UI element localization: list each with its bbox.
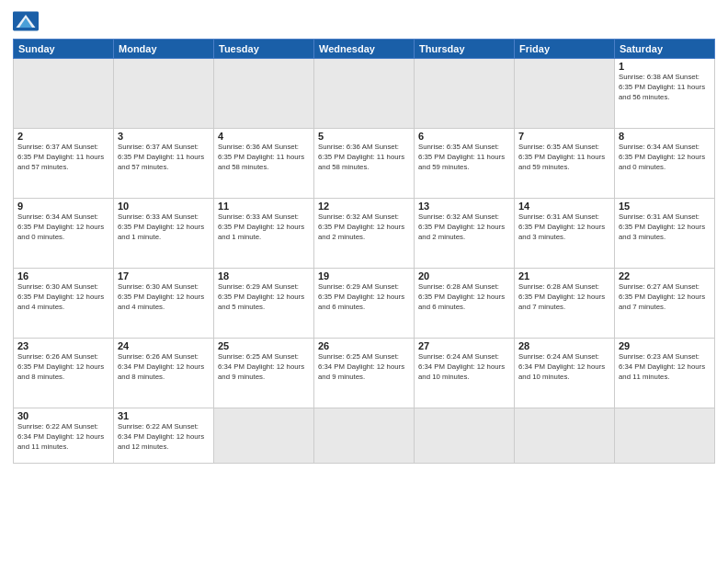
calendar-cell: 15Sunrise: 6:31 AM Sunset: 6:35 PM Dayli… <box>615 199 715 269</box>
day-number: 12 <box>318 201 410 212</box>
day-number: 1 <box>619 61 711 72</box>
calendar-cell: 17Sunrise: 6:30 AM Sunset: 6:35 PM Dayli… <box>114 269 214 339</box>
calendar-cell <box>314 408 415 464</box>
day-info: Sunrise: 6:23 AM Sunset: 6:34 PM Dayligh… <box>619 352 711 383</box>
day-number: 26 <box>318 340 410 351</box>
day-number: 27 <box>418 340 510 351</box>
calendar-cell: 6Sunrise: 6:35 AM Sunset: 6:35 PM Daylig… <box>415 129 515 199</box>
calendar: SundayMondayTuesdayWednesdayThursdayFrid… <box>13 39 715 464</box>
calendar-header-sunday: Sunday <box>14 40 114 59</box>
calendar-cell: 16Sunrise: 6:30 AM Sunset: 6:35 PM Dayli… <box>14 269 114 339</box>
day-number: 17 <box>118 270 210 282</box>
day-info: Sunrise: 6:34 AM Sunset: 6:35 PM Dayligh… <box>17 213 109 243</box>
calendar-cell: 18Sunrise: 6:29 AM Sunset: 6:35 PM Dayli… <box>214 269 314 339</box>
calendar-cell <box>415 59 515 129</box>
day-number: 25 <box>218 340 310 351</box>
calendar-cell: 20Sunrise: 6:28 AM Sunset: 6:35 PM Dayli… <box>415 269 515 339</box>
calendar-cell: 8Sunrise: 6:34 AM Sunset: 6:35 PM Daylig… <box>615 129 715 199</box>
day-number: 16 <box>17 270 109 282</box>
day-info: Sunrise: 6:32 AM Sunset: 6:35 PM Dayligh… <box>318 213 410 243</box>
day-number: 2 <box>17 131 109 142</box>
calendar-cell: 2Sunrise: 6:37 AM Sunset: 6:35 PM Daylig… <box>14 129 114 199</box>
calendar-cell: 24Sunrise: 6:26 AM Sunset: 6:34 PM Dayli… <box>114 339 214 408</box>
day-info: Sunrise: 6:25 AM Sunset: 6:34 PM Dayligh… <box>318 352 410 383</box>
calendar-cell: 4Sunrise: 6:36 AM Sunset: 6:35 PM Daylig… <box>214 129 314 199</box>
day-info: Sunrise: 6:32 AM Sunset: 6:35 PM Dayligh… <box>418 213 510 243</box>
day-info: Sunrise: 6:24 AM Sunset: 6:34 PM Dayligh… <box>518 352 610 383</box>
day-number: 19 <box>318 270 410 282</box>
calendar-header-tuesday: Tuesday <box>214 40 314 59</box>
calendar-cell: 11Sunrise: 6:33 AM Sunset: 6:35 PM Dayli… <box>214 199 314 269</box>
calendar-cell <box>615 408 715 464</box>
day-number: 21 <box>518 270 610 282</box>
calendar-cell <box>14 59 114 129</box>
day-number: 6 <box>418 131 510 142</box>
calendar-cell: 12Sunrise: 6:32 AM Sunset: 6:35 PM Dayli… <box>314 199 415 269</box>
day-info: Sunrise: 6:28 AM Sunset: 6:35 PM Dayligh… <box>418 282 510 313</box>
calendar-header-wednesday: Wednesday <box>314 40 415 59</box>
day-info: Sunrise: 6:31 AM Sunset: 6:35 PM Dayligh… <box>518 213 610 243</box>
logo-icon <box>13 11 39 31</box>
day-info: Sunrise: 6:25 AM Sunset: 6:34 PM Dayligh… <box>218 352 310 383</box>
day-number: 15 <box>619 201 711 212</box>
day-info: Sunrise: 6:34 AM Sunset: 6:35 PM Dayligh… <box>619 143 711 173</box>
day-number: 28 <box>518 340 610 351</box>
calendar-header-thursday: Thursday <box>415 40 515 59</box>
day-number: 11 <box>218 201 310 212</box>
day-info: Sunrise: 6:30 AM Sunset: 6:35 PM Dayligh… <box>17 282 109 313</box>
page: SundayMondayTuesdayWednesdayThursdayFrid… <box>0 0 728 563</box>
day-info: Sunrise: 6:31 AM Sunset: 6:35 PM Dayligh… <box>619 213 711 243</box>
logo <box>13 11 42 31</box>
day-number: 5 <box>318 131 410 142</box>
day-info: Sunrise: 6:33 AM Sunset: 6:35 PM Dayligh… <box>118 213 210 243</box>
day-info: Sunrise: 6:37 AM Sunset: 6:35 PM Dayligh… <box>118 143 210 173</box>
day-info: Sunrise: 6:30 AM Sunset: 6:35 PM Dayligh… <box>118 282 210 313</box>
day-number: 20 <box>418 270 510 282</box>
calendar-header-monday: Monday <box>114 40 214 59</box>
calendar-cell <box>515 59 615 129</box>
calendar-cell: 3Sunrise: 6:37 AM Sunset: 6:35 PM Daylig… <box>114 129 214 199</box>
calendar-cell: 14Sunrise: 6:31 AM Sunset: 6:35 PM Dayli… <box>515 199 615 269</box>
day-info: Sunrise: 6:36 AM Sunset: 6:35 PM Dayligh… <box>218 143 310 173</box>
day-number: 9 <box>17 201 109 212</box>
day-info: Sunrise: 6:28 AM Sunset: 6:35 PM Dayligh… <box>518 282 610 313</box>
calendar-cell <box>214 59 314 129</box>
day-number: 24 <box>118 340 210 351</box>
day-number: 14 <box>518 201 610 212</box>
calendar-cell: 23Sunrise: 6:26 AM Sunset: 6:35 PM Dayli… <box>14 339 114 408</box>
day-number: 4 <box>218 131 310 142</box>
day-info: Sunrise: 6:29 AM Sunset: 6:35 PM Dayligh… <box>218 282 310 313</box>
day-number: 23 <box>17 340 109 351</box>
day-info: Sunrise: 6:26 AM Sunset: 6:35 PM Dayligh… <box>17 352 109 383</box>
calendar-cell: 1Sunrise: 6:38 AM Sunset: 6:35 PM Daylig… <box>615 59 715 129</box>
calendar-cell: 28Sunrise: 6:24 AM Sunset: 6:34 PM Dayli… <box>515 339 615 408</box>
day-number: 10 <box>118 201 210 212</box>
calendar-cell <box>515 408 615 464</box>
calendar-cell: 30Sunrise: 6:22 AM Sunset: 6:34 PM Dayli… <box>14 408 114 464</box>
day-number: 29 <box>619 340 711 351</box>
day-info: Sunrise: 6:35 AM Sunset: 6:35 PM Dayligh… <box>518 143 610 173</box>
day-number: 7 <box>518 131 610 142</box>
calendar-cell <box>114 59 214 129</box>
day-number: 31 <box>118 410 210 421</box>
calendar-cell: 21Sunrise: 6:28 AM Sunset: 6:35 PM Dayli… <box>515 269 615 339</box>
day-info: Sunrise: 6:38 AM Sunset: 6:35 PM Dayligh… <box>619 73 711 103</box>
calendar-header-friday: Friday <box>515 40 615 59</box>
day-info: Sunrise: 6:24 AM Sunset: 6:34 PM Dayligh… <box>418 352 510 383</box>
calendar-cell: 27Sunrise: 6:24 AM Sunset: 6:34 PM Dayli… <box>415 339 515 408</box>
calendar-cell <box>214 408 314 464</box>
day-info: Sunrise: 6:37 AM Sunset: 6:35 PM Dayligh… <box>17 143 109 173</box>
day-info: Sunrise: 6:33 AM Sunset: 6:35 PM Dayligh… <box>218 213 310 243</box>
day-number: 8 <box>619 131 711 142</box>
calendar-cell: 5Sunrise: 6:36 AM Sunset: 6:35 PM Daylig… <box>314 129 415 199</box>
day-info: Sunrise: 6:36 AM Sunset: 6:35 PM Dayligh… <box>318 143 410 173</box>
calendar-cell: 25Sunrise: 6:25 AM Sunset: 6:34 PM Dayli… <box>214 339 314 408</box>
calendar-cell: 29Sunrise: 6:23 AM Sunset: 6:34 PM Dayli… <box>615 339 715 408</box>
day-info: Sunrise: 6:27 AM Sunset: 6:35 PM Dayligh… <box>619 282 711 313</box>
calendar-cell <box>314 59 415 129</box>
day-number: 18 <box>218 270 310 282</box>
header <box>13 11 715 31</box>
calendar-cell: 22Sunrise: 6:27 AM Sunset: 6:35 PM Dayli… <box>615 269 715 339</box>
calendar-cell: 10Sunrise: 6:33 AM Sunset: 6:35 PM Dayli… <box>114 199 214 269</box>
day-number: 13 <box>418 201 510 212</box>
